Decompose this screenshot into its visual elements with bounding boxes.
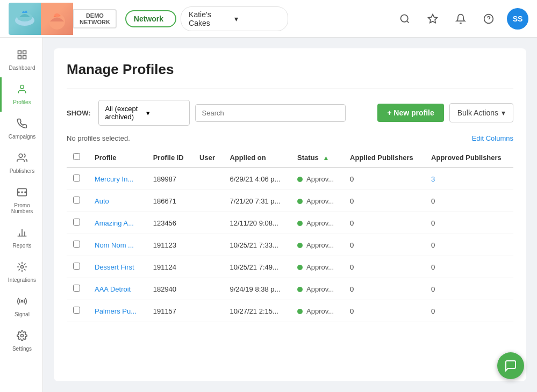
row-checkbox-cell [67, 256, 88, 278]
table-header-row: Profile Profile ID User Applied on Statu… [67, 148, 513, 168]
svg-point-25 [21, 335, 24, 337]
row-checkbox-0[interactable] [73, 175, 80, 182]
cell-profile-name-4: Dessert First [88, 256, 147, 278]
status-text-4: Approv... [306, 263, 334, 271]
cell-profile-id-1: 186671 [147, 190, 193, 212]
signal-icon [17, 296, 27, 309]
cell-profile-id-6: 191157 [147, 300, 193, 322]
row-checkbox-3[interactable] [73, 241, 80, 248]
svg-point-16 [22, 192, 23, 193]
profile-name-link-6[interactable]: Palmers Pu... [95, 307, 137, 315]
svg-point-13 [20, 85, 24, 89]
sidebar: Dashboard Profiles Campaigns [0, 38, 43, 392]
search-button[interactable] [395, 9, 414, 28]
svg-rect-9 [18, 51, 22, 54]
notifications-button[interactable] [451, 9, 470, 28]
status-bar: No profiles selected. Edit Columns [67, 134, 513, 142]
cell-profile-id-4: 191124 [147, 256, 193, 278]
cell-profile-name-3: Nom Nom ... [88, 234, 147, 256]
profile-name-link-2[interactable]: Amazing A... [95, 219, 134, 227]
approved-pub-link-0[interactable]: 3 [431, 175, 435, 183]
table-row: Amazing A... 123456 12/11/20 9:08... App… [67, 212, 513, 234]
cell-approved-pub-1: 0 [425, 190, 513, 212]
profile-name-link-0[interactable]: Mercury In... [95, 175, 133, 183]
profile-name-link-5[interactable]: AAA Detroit [95, 285, 131, 293]
sidebar-item-integrations[interactable]: Integrations [0, 255, 42, 289]
table-row: Nom Nom ... 191123 10/25/21 7:33... Appr… [67, 234, 513, 256]
cell-applied-on-1: 7/21/20 7:31 p... [223, 190, 291, 212]
cell-status-3: Approv... [291, 234, 343, 256]
divider [67, 89, 513, 89]
sidebar-item-dashboard[interactable]: Dashboard [0, 43, 42, 77]
sidebar-item-campaigns[interactable]: Campaigns [0, 112, 42, 146]
cell-profile-name-1: Auto [88, 190, 147, 212]
sidebar-label-profiles: Profiles [13, 99, 31, 105]
account-selector[interactable]: Katie's Cakes ▾ [181, 6, 288, 31]
cell-approved-pub-4: 0 [425, 256, 513, 278]
bulk-actions-chevron-icon: ▾ [502, 108, 505, 117]
bulk-actions-label: Bulk Actions [457, 108, 498, 117]
status-text-1: Approv... [306, 197, 334, 205]
sidebar-label-reports: Reports [12, 243, 31, 249]
cell-profile-id-5: 182940 [147, 278, 193, 300]
sidebar-item-profiles[interactable]: Profiles [0, 77, 42, 112]
search-input[interactable] [195, 104, 346, 122]
show-chevron-icon: ▾ [146, 109, 183, 117]
profile-name-link-3[interactable]: Nom Nom ... [95, 241, 134, 249]
profile-icon [17, 84, 27, 97]
logo-image-1 [9, 3, 41, 35]
row-checkbox-cell [67, 212, 88, 234]
cell-profile-name-0: Mercury In... [88, 168, 147, 190]
select-all-checkbox[interactable] [73, 153, 80, 160]
cell-status-1: Approv... [291, 190, 343, 212]
row-checkbox-5[interactable] [73, 285, 80, 292]
network-selector[interactable]: Network [125, 10, 176, 27]
cell-applied-on-2: 12/11/20 9:08... [223, 212, 291, 234]
row-checkbox-6[interactable] [73, 307, 80, 314]
row-checkbox-cell [67, 278, 88, 300]
col-header-user: User [193, 148, 223, 168]
page-title: Manage Profiles [67, 61, 513, 78]
sidebar-item-publishers[interactable]: Publishers [0, 146, 42, 180]
profile-name-link-4[interactable]: Dessert First [95, 263, 134, 271]
status-text-3: Approv... [306, 241, 334, 249]
profile-name-link-1[interactable]: Auto [95, 197, 109, 205]
network-label: Network [134, 14, 163, 23]
new-profile-button[interactable]: + New profile [377, 104, 444, 122]
cell-status-4: Approv... [291, 256, 343, 278]
cell-approved-pub-0: 3 [425, 168, 513, 190]
cell-applied-on-3: 10/25/21 7:33... [223, 234, 291, 256]
cell-applied-on-5: 9/24/19 8:38 p... [223, 278, 291, 300]
sidebar-item-settings[interactable]: Settings [0, 324, 42, 358]
cell-user-6 [193, 300, 223, 322]
col-header-approved-publishers: Approved Publishers [425, 148, 513, 168]
show-label: SHOW: [67, 109, 91, 117]
edit-columns-link[interactable]: Edit Columns [472, 134, 513, 142]
search-input-wrap [195, 104, 346, 122]
cell-applied-on-4: 10/25/21 7:49... [223, 256, 291, 278]
row-checkbox-4[interactable] [73, 263, 80, 270]
sidebar-label-campaigns: Campaigns [9, 134, 36, 140]
table-row: Mercury In... 189987 6/29/21 4:06 p... A… [67, 168, 513, 190]
svg-point-23 [21, 266, 24, 268]
main-content: Manage Profiles SHOW: All (except archiv… [43, 38, 537, 392]
cell-approved-pub-6: 0 [425, 300, 513, 322]
header-checkbox-col [67, 148, 88, 168]
cell-applied-pub-0: 0 [343, 168, 425, 190]
status-text-2: Approv... [306, 219, 334, 227]
row-checkbox-1[interactable] [73, 197, 80, 204]
help-button[interactable] [479, 9, 498, 28]
sidebar-item-promo-numbers[interactable]: Promo Numbers [0, 180, 42, 221]
bar-chart-icon [17, 227, 27, 241]
bulk-actions-button[interactable]: Bulk Actions ▾ [449, 103, 513, 122]
sidebar-label-promo-numbers: Promo Numbers [6, 202, 38, 214]
show-select[interactable]: All (except archived) ▾ [98, 100, 190, 126]
avatar[interactable]: SS [507, 8, 528, 30]
cell-profile-name-2: Amazing A... [88, 212, 147, 234]
favorites-button[interactable] [423, 9, 442, 28]
row-checkbox-2[interactable] [73, 219, 80, 226]
svg-line-5 [407, 20, 409, 23]
chat-bubble-button[interactable] [497, 352, 524, 379]
sidebar-item-signal[interactable]: Signal [0, 289, 42, 324]
sidebar-item-reports[interactable]: Reports [0, 221, 42, 255]
